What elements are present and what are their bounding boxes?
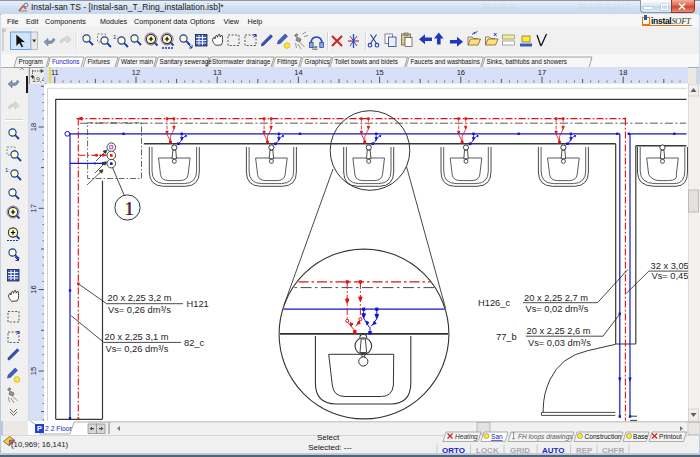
svg-text:Vs= 0,02 dm³/s: Vs= 0,02 dm³/s <box>526 304 589 314</box>
svg-text:FH loops drawings: FH loops drawings <box>518 433 573 441</box>
svg-text:20 x 2,25 2,7 m: 20 x 2,25 2,7 m <box>524 293 588 303</box>
svg-text:dB: dB <box>312 46 318 51</box>
svg-text:Fittings: Fittings <box>277 58 297 66</box>
svg-text:Water main: Water main <box>121 58 153 65</box>
svg-text:San: San <box>491 433 503 440</box>
svg-text:(10,969; 16,141): (10,969; 16,141) <box>11 440 69 449</box>
svg-text:18: 18 <box>619 68 627 77</box>
svg-text:11: 11 <box>51 68 59 77</box>
svg-text:77_b: 77_b <box>496 332 517 342</box>
svg-text:18: 18 <box>29 123 38 131</box>
svg-text:Select: Select <box>317 433 340 442</box>
svg-text:Functions: Functions <box>52 58 79 65</box>
svg-text:20 x 2,25 3,2 m: 20 x 2,25 3,2 m <box>108 293 172 303</box>
svg-text:Printout: Printout <box>659 433 682 440</box>
svg-text:GRID: GRID <box>510 446 530 455</box>
svg-text:15: 15 <box>375 68 383 77</box>
svg-text:Heating: Heating <box>455 433 478 441</box>
svg-text:17: 17 <box>538 68 546 77</box>
svg-text:1:: 1: <box>113 34 118 40</box>
svg-text:Program: Program <box>19 58 43 66</box>
svg-text:Construction: Construction <box>585 433 622 440</box>
svg-text:Vs= 0,45 dm³/s: Vs= 0,45 dm³/s <box>652 271 689 281</box>
svg-text:13: 13 <box>213 68 221 77</box>
svg-text:ORTO: ORTO <box>442 446 465 455</box>
svg-text:REP: REP <box>576 446 593 455</box>
svg-text:Stormwater drainage: Stormwater drainage <box>212 58 271 66</box>
svg-text:20 x 2,25 3,1 m: 20 x 2,25 3,1 m <box>105 332 169 342</box>
svg-text:15: 15 <box>29 367 38 375</box>
svg-text:H121: H121 <box>187 299 209 309</box>
svg-text:CHFR: CHFR <box>602 446 624 455</box>
svg-text:1:: 1: <box>5 167 10 173</box>
svg-text:LOCK: LOCK <box>476 446 499 455</box>
svg-text:1: 1 <box>125 199 134 219</box>
svg-text:AUTO: AUTO <box>542 446 565 455</box>
svg-text:Vs= 0,26 dm³/s: Vs= 0,26 dm³/s <box>108 305 171 315</box>
svg-text:Faucets and washbasins: Faucets and washbasins <box>411 58 480 65</box>
svg-text:Vs= 0,03 dm³/s: Vs= 0,03 dm³/s <box>528 338 591 348</box>
svg-text:Toilet bowls and bidets: Toilet bowls and bidets <box>335 58 398 65</box>
svg-text:20 x 2,25 2,6 m: 20 x 2,25 2,6 m <box>527 326 591 336</box>
svg-text:17: 17 <box>29 204 38 212</box>
svg-text:12: 12 <box>132 68 140 77</box>
svg-text:16: 16 <box>457 68 465 77</box>
svg-text:16: 16 <box>29 285 38 293</box>
svg-text:82_c: 82_c <box>184 338 205 348</box>
svg-text:Vs= 0,26 dm³/s: Vs= 0,26 dm³/s <box>106 344 169 354</box>
svg-text:Fixtures: Fixtures <box>88 58 110 65</box>
svg-text:Graphics: Graphics <box>305 58 330 66</box>
svg-text:Selected: ---: Selected: --- <box>308 443 352 452</box>
svg-text:14: 14 <box>294 68 302 77</box>
svg-text:Base: Base <box>633 433 648 440</box>
svg-text:Sinks, bathtubs and showers: Sinks, bathtubs and showers <box>487 58 568 65</box>
svg-text:Sanitary sewerage: Sanitary sewerage <box>160 58 213 66</box>
svg-text:H126_c: H126_c <box>478 298 510 308</box>
